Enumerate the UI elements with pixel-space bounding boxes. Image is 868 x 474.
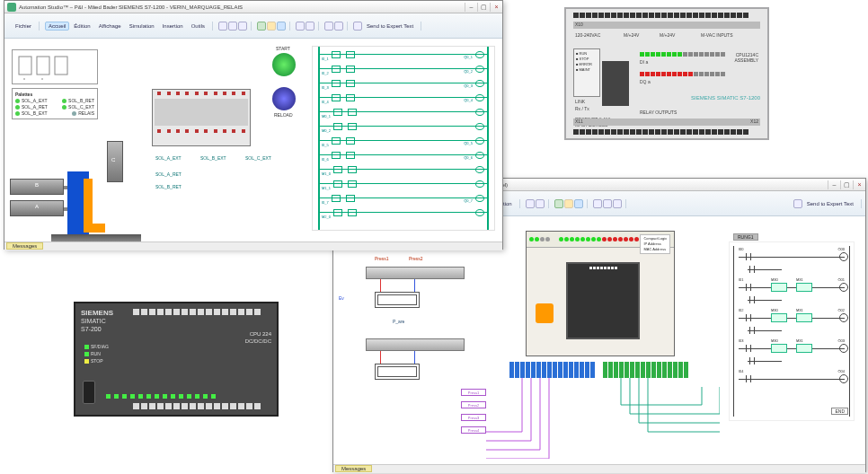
drawing-canvas-2[interactable]: Press1 Press2 Ev P_are Press1 Press2 Pre… <box>333 216 865 464</box>
pause-sim-icon[interactable] <box>267 22 276 31</box>
save-icon[interactable] <box>218 22 227 31</box>
ladder-rung[interactable]: I00O00 <box>739 257 845 258</box>
ribbon-tab[interactable]: Édition <box>70 22 93 31</box>
palette-item[interactable]: SOL_A_EXTSOL_B_RET <box>15 98 94 103</box>
ladder-rung[interactable]: I0_4Q0_4 <box>320 97 487 106</box>
valve-2 <box>375 364 420 380</box>
app-icon <box>7 3 16 12</box>
run-sim-icon[interactable] <box>257 22 266 31</box>
compactlogix-plc: CompactLogixIP AddressMAC Address <box>526 231 675 356</box>
siemens-s7-200-image: SIEMENS SIMATIC S7-200 CPU 224DC/DC/DC S… <box>74 302 279 417</box>
ladder-rung[interactable]: M1_0 <box>320 169 487 178</box>
maximize-button[interactable]: ▢ <box>477 3 490 12</box>
cpu-status-panel: ■ RUN ■ STOP ■ ERROR ■ MAINT <box>573 48 600 97</box>
stop-sim-icon[interactable] <box>574 199 583 208</box>
ribbon-tab[interactable]: Accueil <box>45 22 69 31</box>
ribbon-tab[interactable]: Affichage <box>95 22 125 31</box>
valve-1 <box>375 292 420 308</box>
grid-icon[interactable] <box>603 199 612 208</box>
undo-icon[interactable] <box>228 22 237 31</box>
component-icon[interactable] <box>613 199 622 208</box>
expert-icon[interactable] <box>353 22 362 31</box>
status-tab[interactable]: Messages <box>335 465 372 472</box>
ladder-rung[interactable]: I0_1Q0_1 <box>320 54 487 63</box>
zoom-icon[interactable] <box>593 199 602 208</box>
ethernet-port-icon <box>602 61 629 106</box>
close-button[interactable]: × <box>490 3 502 12</box>
pause-sim-icon[interactable] <box>564 199 573 208</box>
ladder-rung[interactable]: I0_2Q0_2 <box>320 68 487 77</box>
plc-cpu-module <box>566 262 640 339</box>
maximize-button[interactable]: ▢ <box>840 180 853 189</box>
ladder-rung[interactable]: I0_7Q0_7 <box>320 198 487 206</box>
ladder-rung[interactable]: I01M30M31O01 <box>739 287 845 288</box>
statusbar-2: Messages <box>333 464 865 473</box>
palette-panel[interactable]: Palettes SOL_A_EXTSOL_B_RET SOL_A_RETSOL… <box>12 88 98 119</box>
ladder-rung[interactable]: M0_1 <box>320 111 487 120</box>
app-window-1[interactable]: Automation Studio™ – P&I - Mâed Bader SI… <box>4 0 503 250</box>
ladder-rung[interactable]: I0_6Q0_6 <box>320 154 487 163</box>
undo-icon[interactable] <box>536 199 545 208</box>
reload-button[interactable] <box>272 87 296 110</box>
drawing-canvas-1[interactable]: Palettes SOL_A_EXTSOL_B_RET SOL_A_RETSOL… <box>4 39 502 241</box>
ladder-rung[interactable]: M0_2 <box>320 126 487 135</box>
minimize-button[interactable]: – <box>465 3 477 12</box>
ribbon-tab[interactable]: Fichier <box>12 22 35 31</box>
workpiece-bracket <box>84 179 105 233</box>
palette-title: Palettes <box>15 92 94 97</box>
close-button[interactable]: × <box>853 180 865 189</box>
ladder-rung[interactable]: M2_0 <box>320 212 487 221</box>
minimize-button[interactable]: – <box>828 180 840 189</box>
ladder-rung[interactable]: I0_3Q0_3 <box>320 83 487 92</box>
status-tab[interactable]: Messages <box>6 242 43 250</box>
ladder-rung[interactable]: I0_5Q0_5 <box>320 140 487 149</box>
palette-item[interactable]: SOL_B_EXTRELAIS <box>15 110 94 116</box>
send-expert-label[interactable]: Send to Expert Text <box>803 199 857 208</box>
titlebar-1[interactable]: Automation Studio™ – P&I - Mâed Bader SI… <box>4 1 502 13</box>
ribbon-tab[interactable]: Insertion <box>159 22 187 31</box>
expert-icon[interactable] <box>793 199 802 208</box>
ladder-diagram-2[interactable]: RUNG1 END I00O00I01M30M31O01I02M30M31O02… <box>729 241 855 421</box>
ladder-rung[interactable]: M1_1 <box>320 183 487 192</box>
end-marker: END <box>831 408 848 415</box>
comm-port-icon <box>83 381 95 404</box>
ribbon-tab[interactable]: Simulation <box>126 22 158 31</box>
save-icon[interactable] <box>526 199 535 208</box>
zoom-icon[interactable] <box>296 22 305 31</box>
palette-item[interactable]: SOL_A_RETSOL_C_EXT <box>15 104 94 110</box>
palette-mini <box>12 49 98 84</box>
ladder-diagram-1[interactable]: I0_1Q0_1I0_2Q0_2I0_3Q0_3I0_4Q0_4M0_1M0_2… <box>312 46 495 231</box>
component-icon[interactable] <box>324 22 333 31</box>
pneumatic-schematic: A B C <box>10 136 141 243</box>
plc-graphic <box>152 89 251 146</box>
wire-icon[interactable] <box>334 22 343 31</box>
ribbon-1[interactable]: Fichier Accueil Édition Affichage Simula… <box>4 13 502 39</box>
rung-title: RUNG1 <box>733 233 758 241</box>
run-sim-icon[interactable] <box>554 199 563 208</box>
svg-rect-1 <box>37 57 49 75</box>
brand-label: SIEMENS SIMATIC S7-1200 <box>691 95 760 101</box>
grid-icon[interactable] <box>306 22 314 31</box>
window-title: Automation Studio™ – P&I - Mâed Bader SI… <box>19 4 243 10</box>
start-button[interactable] <box>272 53 296 76</box>
stop-sim-icon[interactable] <box>277 22 286 31</box>
ladder-rung[interactable]: I02M30M31O02 <box>739 318 845 319</box>
svg-rect-0 <box>19 57 31 75</box>
wiring-lines <box>468 360 720 459</box>
siemens-s7-1200-image: X10 120-240VAC M/+24V M/+24V M-VAC INPUT… <box>564 7 769 140</box>
ribbon-tab[interactable]: Outils <box>188 22 208 31</box>
redo-icon[interactable] <box>238 22 247 31</box>
keyswitch-icon[interactable] <box>536 303 554 323</box>
hyd-cylinder-1 <box>366 267 465 279</box>
ladder-rung[interactable]: I03M30M31O03 <box>739 348 845 349</box>
pneumatic-symbol-icon <box>15 53 94 80</box>
svg-rect-2 <box>55 57 67 75</box>
send-expert-label[interactable]: Send to Expert Text <box>363 22 417 31</box>
hyd-cylinder-2 <box>366 338 465 351</box>
plc-tag-box: CompactLogixIP AddressMAC Address <box>640 234 670 254</box>
ladder-rung[interactable]: I04O04 <box>739 379 845 380</box>
